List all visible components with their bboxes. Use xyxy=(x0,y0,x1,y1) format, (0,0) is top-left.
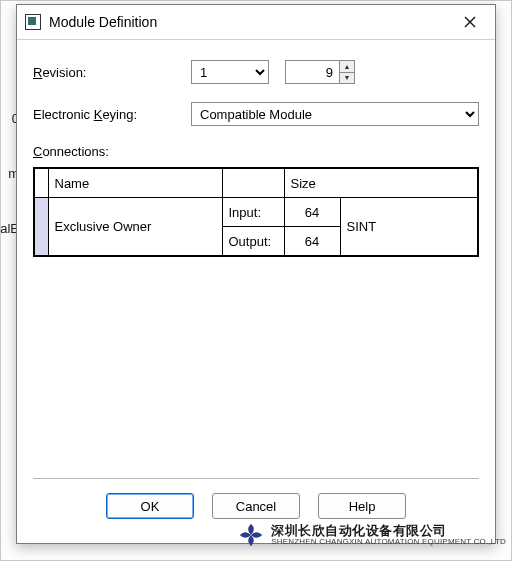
spin-up-icon[interactable]: ▲ xyxy=(339,60,355,72)
cell-type[interactable]: SINT xyxy=(340,198,478,257)
revision-minor-input[interactable] xyxy=(285,60,339,84)
app-icon xyxy=(25,14,41,30)
table-header-row: Name Size xyxy=(34,168,478,198)
connections-label: Connections: xyxy=(33,144,479,159)
cell-input-label: Input: xyxy=(222,198,284,227)
revision-minor-spinner[interactable]: ▲ ▼ xyxy=(285,60,355,84)
dialog-content: Revision: 1 ▲ ▼ Electronic Keying: Compa… xyxy=(17,40,495,543)
spin-down-icon[interactable]: ▼ xyxy=(339,72,355,85)
row-handle[interactable] xyxy=(34,198,48,257)
close-icon xyxy=(464,16,476,28)
keying-select[interactable]: Compatible Module xyxy=(191,102,479,126)
button-bar: OK Cancel Help xyxy=(33,479,479,535)
cancel-button[interactable]: Cancel xyxy=(212,493,300,519)
cell-output-size[interactable]: 64 xyxy=(284,227,340,257)
close-button[interactable] xyxy=(453,10,487,34)
revision-major-select[interactable]: 1 xyxy=(191,60,269,84)
header-size: Size xyxy=(284,168,478,198)
cell-output-label: Output: xyxy=(222,227,284,257)
cell-input-size[interactable]: 64 xyxy=(284,198,340,227)
help-button[interactable]: Help xyxy=(318,493,406,519)
header-blank xyxy=(222,168,284,198)
revision-label: Revision: xyxy=(33,65,191,80)
keying-label: Electronic Keying: xyxy=(33,107,191,122)
titlebar: Module Definition xyxy=(17,5,495,40)
module-definition-dialog: Module Definition Revision: 1 ▲ ▼ Electr… xyxy=(16,4,496,544)
ok-button[interactable]: OK xyxy=(106,493,194,519)
dialog-title: Module Definition xyxy=(49,14,453,30)
header-name: Name xyxy=(48,168,222,198)
connections-table: Name Size Exclusive Owner Input: 64 SINT… xyxy=(33,167,479,257)
keying-row: Electronic Keying: Compatible Module xyxy=(33,102,479,126)
spinner-buttons[interactable]: ▲ ▼ xyxy=(339,60,355,84)
header-handle xyxy=(34,168,48,198)
revision-row: Revision: 1 ▲ ▼ xyxy=(33,60,479,84)
cell-name[interactable]: Exclusive Owner xyxy=(48,198,222,257)
table-row[interactable]: Exclusive Owner Input: 64 SINT xyxy=(34,198,478,227)
